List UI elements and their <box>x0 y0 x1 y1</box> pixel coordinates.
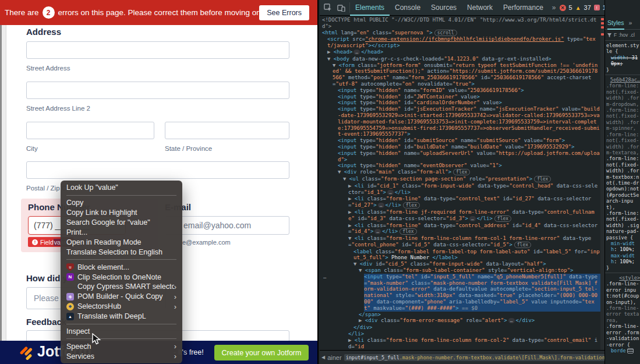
devtools-tree-line[interactable]: ▶ <li id="cid_1" class="form-input-wide"… <box>348 183 600 196</box>
context-menu-item[interactable]: Open in Reading Mode <box>61 237 182 247</box>
tab-sources[interactable]: Sources <box>426 0 462 16</box>
context-menu-item[interactable]: ▲Translate with DeepL <box>61 312 182 321</box>
devtools-tree-line[interactable]: <script src="chrome-extension://jfcbmnpf… <box>327 36 600 49</box>
devtools-tree-line[interactable]: <input type="hidden" id="buildDate" name… <box>338 144 600 150</box>
error-count[interactable]: 5 <box>569 4 572 11</box>
state-input[interactable] <box>165 122 289 139</box>
tab-elements[interactable]: Elements <box>350 0 390 16</box>
devtools-tree-line[interactable]: ▼ <ul class="form-section page-section" … <box>343 176 600 183</box>
devtools-tree-line[interactable]: <input type="hidden" id="jsExecutionTrac… <box>338 106 600 137</box>
breadcrumb-truncated[interactable]: ainer <box>327 354 341 361</box>
style-rule-line[interactable]: max-width: 100%; <box>611 253 640 265</box>
devtools-tree-line[interactable]: <input type="hidden" name="formID" value… <box>338 87 600 94</box>
device-toolbar-icon[interactable] <box>337 4 345 12</box>
style-rule-line[interactable]: } <box>606 265 640 271</box>
browser-page: There are 2 errors on this page. Please … <box>0 0 317 364</box>
context-menu-item[interactable]: ◈POM Builder - Quick Copy› <box>61 292 182 302</box>
inspect-element-icon[interactable] <box>324 3 332 12</box>
devtools-tree-line[interactable]: ▼ <span class="form-sub-label-container"… <box>359 267 600 274</box>
devtools-tree-line[interactable]: ▼ <form class="jotform-form" onsubmit="r… <box>333 62 600 87</box>
devtools-tree-line[interactable]: ▶ <head>…</head> <box>327 49 600 56</box>
devtools-tree-line[interactable]: <html lang="en" class="supernova ">scrol… <box>322 30 600 37</box>
style-rule-line[interactable]: .form-line:not(.fixed-width) .form-textb… <box>606 156 640 210</box>
filter-funnel-icon[interactable] <box>607 33 612 38</box>
devtools-tree-line[interactable]: </div> <box>353 324 600 331</box>
context-menu-item[interactable]: Look Up "value" <box>61 183 182 193</box>
style-rule-line[interactable]: min-width: 100%; <box>611 241 640 253</box>
devtools-tree-line[interactable]: ▶ <div class="form-error-message" role="… <box>359 317 600 324</box>
console-error-icon[interactable]: ✕ <box>560 5 566 11</box>
context-menu-item[interactable]: Inspect <box>61 327 182 337</box>
context-menu-item-label: Copy Link to Highlight <box>66 208 176 217</box>
breadcrumb-back-arrow[interactable]: ◀ <box>321 355 325 360</box>
devtools-tree-line[interactable]: ▶ <li class="form-line jf-required form-… <box>348 209 600 222</box>
devtools-tree-line[interactable]: <label class="form-label form-label-top … <box>353 249 600 261</box>
context-menu-item[interactable]: Search Google for "value" <box>61 218 182 228</box>
city-input[interactable] <box>26 122 154 139</box>
style-rule-line[interactable]: element.style { <box>606 43 640 55</box>
devtools-tree-line[interactable]: <input type="hidden" name="uploadServerU… <box>338 150 600 163</box>
devtools-tree-line[interactable]: <input type="hidden" id="cardinalOrderNu… <box>338 100 600 106</box>
console-warning-icon[interactable]: ▲ <box>575 5 581 11</box>
devtools-tree-line[interactable]: ▼ <body data-new-gr-c-s-check-loaded="14… <box>327 56 600 62</box>
tab-console[interactable]: Console <box>390 0 426 16</box>
styles-more-chevron[interactable]: » <box>629 19 632 26</box>
class-toggle[interactable]: .cl <box>630 32 635 38</box>
submenu-chevron-icon: › <box>174 292 176 301</box>
context-menu-item[interactable]: Speech› <box>61 341 182 351</box>
styles-filter-placeholder[interactable]: F <box>614 32 617 38</box>
submenu-chevron-icon: › <box>174 352 176 361</box>
devtools-tree-line[interactable]: ▼ <div role="main" class="form-all">flex <box>338 169 600 176</box>
context-menu-item[interactable]: Copy Link to Highlight <box>61 208 182 218</box>
context-menu-item[interactable]: Copy Cypress SMART selectors› <box>61 282 182 292</box>
node-menu-dots-icon[interactable]: … <box>323 274 327 280</box>
devtools-tree-line[interactable]: ▶ <li class="form-line form-line-column … <box>348 337 600 350</box>
devtools-tree-line[interactable]: </span> <box>359 312 600 318</box>
warning-count[interactable]: 37 <box>584 4 591 11</box>
tab-styles[interactable]: Styles <box>607 16 624 30</box>
style-rule-line[interactable]: .form-line-error .form-validation-error … <box>606 323 640 348</box>
style-rule-line[interactable]: width: 310px; <box>611 55 640 67</box>
style-rule-line[interactable]: .form-line:not(.fixed-width) .signature-… <box>606 210 640 241</box>
elements-scrollbar[interactable] <box>600 16 604 350</box>
street-address-input[interactable] <box>26 41 289 59</box>
devtools-tree-line[interactable]: ▼ <li class="form-line form-line-column … <box>348 235 600 249</box>
style-rule-line[interactable]: .form-line:not(.fixed-width) .form-dropd… <box>606 83 640 107</box>
devtools-tree-line[interactable]: ▶ <li class="form-line" data-type="contr… <box>348 222 600 236</box>
context-menu-item[interactable]: Print... <box>61 228 182 238</box>
style-rule-line[interactable]: } <box>606 67 640 73</box>
style-rule-line[interactable]: borde <box>611 348 640 354</box>
devtools-tree-line[interactable]: ▶ <li class="form-line" data-type="contr… <box>348 196 600 209</box>
context-menu-item[interactable]: Services› <box>61 351 182 361</box>
breadcrumb-active-node[interactable]: input#input_5_full.mask-phone-number.for… <box>344 354 604 361</box>
style-rule-line[interactable]: .form-line:not(.fixed-width) .form-spinn… <box>606 107 640 132</box>
devtools-tree-line[interactable]: …<input type="tel" id="input_5_full" nam… <box>364 274 600 312</box>
devtools-tree-line[interactable]: <input type="hidden" id="JWTContainer" v… <box>338 94 600 100</box>
street-address2-input[interactable] <box>26 82 289 99</box>
style-rule-line[interactable]: .form-line:not(.fixed-width) .form-texta… <box>606 132 640 156</box>
devtools-tree-line[interactable]: </li> <box>348 331 600 337</box>
devtools-tree-line[interactable]: <!DOCTYPE html PUBLIC "-//W3C//DTD HTML … <box>322 17 600 30</box>
devtools-breadcrumbs: ◀ ainer input#input_5_full.mask-phone-nu… <box>320 350 604 364</box>
pseudo-state-toggle[interactable]: :hov <box>618 32 628 38</box>
context-menu-item[interactable]: Copy <box>61 198 182 208</box>
style-rule-line[interactable]: .form-line-error input:not(#coupon-input… <box>606 281 640 305</box>
email-input[interactable] <box>165 216 289 235</box>
style-rule-line[interactable]: <style> <box>606 275 640 281</box>
tab-performance[interactable]: Performance <box>498 0 549 16</box>
style-rule-line[interactable]: 5e6b428ac… <box>606 77 640 83</box>
context-menu-item[interactable]: ◆SelectorsHub› <box>61 302 182 312</box>
style-rule-line[interactable]: .form-line-error textarea, <box>606 305 640 323</box>
postal-input[interactable] <box>26 161 289 179</box>
see-errors-button[interactable]: See Errors <box>259 5 309 20</box>
more-tabs-chevron[interactable]: » <box>549 3 560 12</box>
create-jotform-button[interactable]: Create your own Jotform <box>214 345 309 361</box>
context-menu-item[interactable]: uBlock element... <box>61 262 182 272</box>
devtools-tree-line[interactable]: <input type="hidden" name="eventObserver… <box>338 162 600 169</box>
devtools-tree-line[interactable]: ▼ <div id="cid_5" class="form-input-wide… <box>353 261 600 267</box>
issues-icon[interactable]: ! <box>594 5 600 10</box>
context-menu-item[interactable]: NClip Selection to OneNote <box>61 272 182 282</box>
context-menu-item[interactable]: Translate Selection to English <box>61 247 182 257</box>
devtools-tree-line[interactable]: <input type="hidden" id="submitSource" n… <box>338 137 600 144</box>
tab-network[interactable]: Network <box>462 0 498 16</box>
